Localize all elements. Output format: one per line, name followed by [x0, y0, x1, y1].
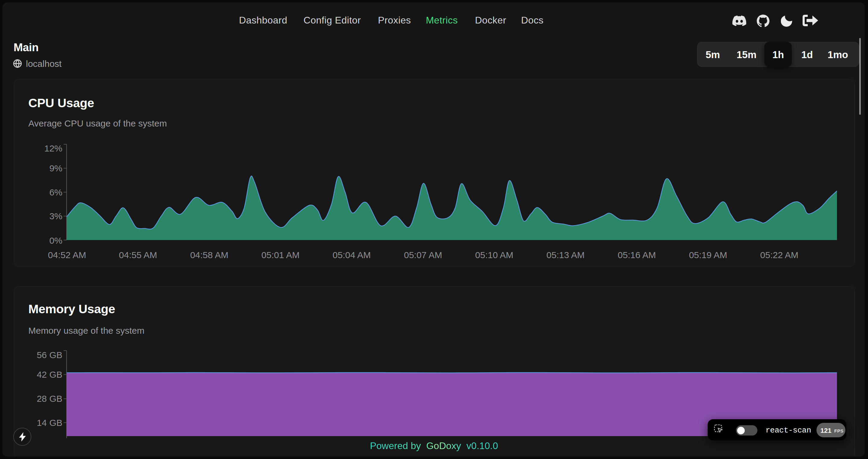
- svg-text:05:16 AM: 05:16 AM: [618, 250, 656, 260]
- svg-text:04:52 AM: 04:52 AM: [48, 250, 86, 260]
- svg-text:05:01 AM: 05:01 AM: [261, 250, 300, 260]
- svg-text:12%: 12%: [44, 143, 62, 153]
- svg-text:05:22 AM: 05:22 AM: [760, 250, 798, 260]
- svg-text:56 GB: 56 GB: [37, 350, 62, 360]
- svg-text:05:04 AM: 05:04 AM: [333, 250, 371, 260]
- svg-text:05:10 AM: 05:10 AM: [475, 250, 514, 260]
- svg-text:05:19 AM: 05:19 AM: [689, 250, 727, 260]
- svg-text:04:58 AM: 04:58 AM: [190, 250, 228, 260]
- svg-text:9%: 9%: [50, 163, 62, 173]
- svg-text:0%: 0%: [50, 235, 62, 245]
- svg-text:14 GB: 14 GB: [37, 418, 62, 428]
- svg-text:04:55 AM: 04:55 AM: [119, 250, 157, 260]
- svg-text:3%: 3%: [50, 211, 62, 221]
- svg-text:05:13 AM: 05:13 AM: [547, 250, 585, 260]
- svg-text:42 GB: 42 GB: [37, 369, 62, 380]
- svg-text:28 GB: 28 GB: [37, 394, 62, 403]
- svg-text:6%: 6%: [50, 187, 62, 197]
- svg-text:05:07 AM: 05:07 AM: [404, 250, 442, 260]
